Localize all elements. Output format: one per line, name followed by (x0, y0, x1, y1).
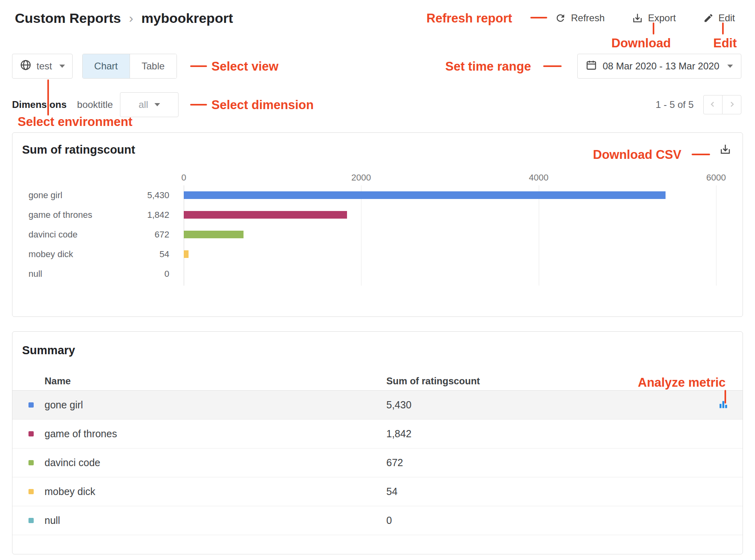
toolbar: test Chart Table 08 Mar 2020 - 13 Mar 20… (0, 54, 755, 79)
chart-category-label: mobey dick (28, 249, 141, 260)
tab-chart[interactable]: Chart (83, 54, 130, 78)
chevron-down-icon (59, 65, 65, 68)
environment-select[interactable]: test (12, 54, 73, 79)
table-cell-name: null (45, 515, 386, 526)
table-row[interactable]: game of thrones1,842 (12, 420, 743, 448)
breadcrumb-separator-icon: › (129, 11, 133, 26)
annotation-line (47, 79, 49, 116)
export-button[interactable]: Export (632, 12, 676, 24)
annotation-select-view: Select view (211, 59, 278, 74)
dimensions-bar: Dimensions booktitle all 1 - 5 of 5 (0, 92, 755, 117)
summary-card: Summary Name Sum of ratingscount gone gi… (12, 331, 743, 554)
chart-value-label: 0 (141, 269, 169, 279)
annotation-set-time-range: Set time range (445, 59, 531, 74)
annotation-line (692, 154, 710, 155)
series-color-swatch (28, 460, 34, 465)
view-toggle: Chart Table (82, 54, 177, 79)
summary-table: Name Sum of ratingscount gone girl5,430g… (12, 371, 743, 535)
table-cell-value: 1,842 (386, 428, 704, 440)
table-row[interactable]: davinci code672 (12, 448, 743, 477)
annotation-line (543, 65, 562, 67)
analyze-metric-icon[interactable] (718, 399, 729, 412)
chevron-right-icon (727, 100, 736, 110)
refresh-icon (555, 12, 566, 24)
chart-bar[interactable] (184, 191, 666, 199)
annotation-analyze-metric: Analyze metric (638, 375, 726, 390)
calendar-icon (586, 59, 597, 73)
chevron-left-icon (708, 100, 717, 110)
export-label: Export (648, 12, 676, 24)
annotation-line (725, 390, 726, 404)
globe-icon (20, 59, 32, 73)
chart-category-label: null (28, 269, 141, 279)
refresh-label: Refresh (571, 12, 605, 24)
dimensions-label: Dimensions (12, 99, 67, 110)
table-row[interactable]: null0 (12, 506, 743, 535)
pagination-next-button[interactable] (722, 95, 741, 114)
table-row[interactable]: mobey dick54 (12, 477, 743, 506)
dimension-selected-value: all (138, 99, 148, 110)
summary-title: Summary (22, 344, 743, 357)
download-csv-button[interactable] (719, 143, 731, 156)
date-range-value: 08 Mar 2020 - 13 Mar 2020 (603, 61, 719, 72)
series-color-swatch (28, 489, 34, 494)
breadcrumb-current: mybookreport (141, 10, 233, 26)
download-icon (719, 150, 731, 156)
table-row[interactable]: gone girl5,430 (12, 391, 743, 420)
date-range-select[interactable]: 08 Mar 2020 - 13 Mar 2020 (577, 54, 741, 79)
chevron-down-icon (727, 65, 733, 68)
table-header-row: Name Sum of ratingscount (12, 371, 743, 391)
table-cell-value: 54 (386, 486, 704, 497)
header-actions: Refresh Export Edit (555, 12, 735, 24)
edit-button[interactable]: Edit (703, 12, 735, 24)
chart-bar[interactable] (184, 250, 189, 258)
chart-row: davinci code672 (12, 225, 743, 244)
chart-bar[interactable] (184, 231, 244, 238)
breadcrumb-root[interactable]: Custom Reports (15, 10, 121, 26)
axis-tick-label: 6000 (706, 172, 726, 183)
series-color-swatch (28, 518, 34, 523)
chart-category-label: game of thrones (28, 210, 141, 220)
refresh-button[interactable]: Refresh (555, 12, 605, 24)
chart-title: Sum of ratingscount (22, 143, 135, 156)
chart-rows: gone girl5,430game of thrones1,842davinc… (12, 185, 743, 284)
dimension-value-select[interactable]: all (120, 92, 179, 117)
annotation-line (190, 104, 207, 106)
axis-tick-label: 4000 (529, 172, 548, 183)
chart-category-label: davinci code (28, 229, 141, 240)
chart-value-label: 54 (141, 249, 169, 260)
series-color-swatch (28, 431, 34, 436)
pencil-icon (703, 13, 714, 23)
axis-tick-label: 0 (181, 172, 186, 183)
edit-label: Edit (718, 12, 735, 24)
table-cell-name: mobey dick (45, 486, 386, 497)
chart-row: game of thrones1,842 (12, 205, 743, 225)
table-cell-name: game of thrones (45, 428, 386, 440)
table-body: gone girl5,430game of thrones1,842davinc… (12, 391, 743, 535)
series-color-swatch (28, 402, 34, 408)
annotation-line (722, 22, 724, 34)
chart-x-axis: 0200040006000 (184, 172, 716, 185)
dimension-name: booktitle (77, 99, 113, 110)
annotation-line (530, 17, 547, 18)
chart-category-label: gone girl (28, 190, 141, 201)
environment-value: test (37, 61, 52, 72)
tab-table[interactable]: Table (130, 54, 177, 78)
pagination: 1 - 5 of 5 (656, 95, 741, 114)
axis-tick-label: 2000 (351, 172, 371, 183)
pagination-prev-button[interactable] (703, 95, 723, 114)
table-cell-name: gone girl (45, 399, 386, 411)
chart-row: gone girl5,430 (12, 185, 743, 205)
chart-value-label: 1,842 (141, 210, 169, 220)
annotation-edit: Edit (713, 36, 737, 51)
chart-bar[interactable] (184, 211, 347, 219)
download-icon (632, 12, 643, 24)
annotation-refresh-report: Refresh report (426, 11, 512, 26)
table-cell-name: davinci code (45, 457, 386, 469)
table-cell-value: 0 (386, 515, 704, 526)
pagination-range: 1 - 5 of 5 (656, 99, 694, 110)
chart-row: null0 (12, 264, 743, 284)
column-header-name: Name (45, 375, 386, 387)
chart-value-label: 672 (141, 229, 169, 240)
chart-value-label: 5,430 (141, 190, 169, 201)
